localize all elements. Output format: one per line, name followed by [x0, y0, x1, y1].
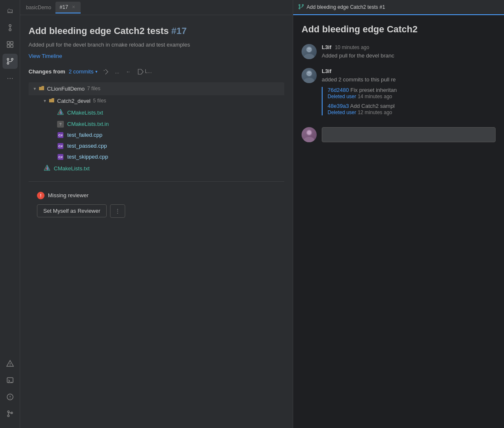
sidebar-icon-terminal[interactable]: [3, 373, 18, 388]
sidebar-icon-more[interactable]: ⋯: [3, 70, 18, 86]
avatar-commenter: [302, 127, 317, 142]
pr-description: Added pull for the devel branch in cmake…: [29, 41, 284, 49]
main-container: basicDemo #17 ✕ Add bleeding edge Catch2…: [20, 0, 504, 428]
right-tab-title[interactable]: Add bleeding edge Catch2 tests #1: [298, 4, 385, 11]
root-folder-count: 7 files: [87, 86, 100, 91]
svg-rect-3: [7, 42, 10, 44]
right-panel: Add bleeding edge Catch2 tests #1 Add bl…: [293, 0, 504, 428]
tab-label-basic-demo: basicDemo: [26, 5, 51, 10]
pr-tab-icon: [298, 4, 304, 11]
svg-point-18: [8, 411, 9, 412]
sidebar-icon-branch[interactable]: [3, 406, 18, 421]
root-folder[interactable]: ▾ CLionFullDemo 7 files: [29, 82, 284, 95]
changes-label: Changes from: [29, 68, 65, 75]
sidebar-icon-folder[interactable]: 🗂: [3, 3, 18, 18]
svg-point-35: [299, 4, 300, 5]
sidebar: 🗂 ⋯: [0, 0, 20, 428]
svg-point-1: [9, 29, 11, 31]
file-root-cmake[interactable]: CMakeLists.txt: [29, 162, 284, 175]
timeline-time-1: 10 minutes ago: [335, 44, 369, 50]
timeline-text-2: added 2 commits to this pull re: [322, 76, 496, 84]
svg-point-17: [10, 398, 10, 399]
svg-point-19: [8, 415, 9, 417]
set-reviewer-button[interactable]: Set Myself as Reviewer: [37, 204, 107, 217]
back-arrow-action[interactable]: ←: [124, 68, 133, 76]
commit-user-2[interactable]: Deleted user: [328, 110, 356, 115]
timeline-header-2: L3if: [322, 68, 496, 74]
subfolder-icon: [49, 98, 55, 104]
cpp-icon-2: C#: [57, 143, 64, 149]
timeline-entry-2: L3if added 2 commits to this pull re 76d…: [302, 68, 496, 119]
commit-list: 76d2480 Fix preset inheritan Deleted use…: [322, 87, 496, 115]
file-test-passed[interactable]: C# test_passed.cpp: [29, 141, 284, 151]
file-cmake-in-name: CMakeLists.txt.in: [67, 121, 109, 127]
sidebar-icon-pr[interactable]: [3, 54, 18, 69]
timeline-header-1: L3if 10 minutes ago: [322, 44, 496, 50]
comment-input-area: [302, 127, 496, 142]
more-button[interactable]: ⋮: [110, 204, 125, 218]
tab-close-button[interactable]: ✕: [71, 4, 76, 10]
svg-point-40: [304, 54, 315, 59]
svg-point-12: [10, 365, 10, 366]
view-timeline-link[interactable]: View Timeline: [29, 53, 62, 59]
tab-basic-demo[interactable]: basicDemo: [22, 2, 55, 13]
cpp-icon-3: C#: [57, 154, 64, 160]
svg-text:C#: C#: [58, 133, 63, 137]
right-tab-label: Add bleeding edge Catch2 tests #1: [307, 4, 385, 10]
file-test-failed[interactable]: C# test_failed.cpp: [29, 130, 284, 141]
commits-link[interactable]: 2 commits ▾: [68, 68, 97, 75]
commits-chevron-icon: ▾: [95, 69, 97, 74]
sub-folder[interactable]: ▾ Catch2_devel 5 files: [29, 95, 284, 107]
commit-entry-1: 76d2480 Fix preset inheritan Deleted use…: [328, 87, 496, 99]
sidebar-icon-warning[interactable]: [3, 356, 18, 371]
commit-desc-1-text: Fix preset inheritan: [350, 87, 397, 93]
right-pr-title: Add bleeding edge Catch2: [302, 23, 496, 36]
tab-bar: basicDemo #17 ✕: [20, 0, 293, 15]
root-folder-name: CLionFullDemo: [47, 86, 85, 92]
file-cmake-lists-in[interactable]: ? CMakeLists.txt.in: [29, 119, 284, 130]
subfolder-name: Catch2_devel: [57, 98, 91, 104]
label-action[interactable]: L...: [136, 68, 154, 76]
tab-pr-17[interactable]: #17 ✕: [55, 2, 81, 13]
commit-hash-1[interactable]: 76d2480: [328, 87, 349, 93]
timeline-body-2: L3if added 2 commits to this pull re 76d…: [322, 68, 496, 119]
pr-number: #17: [171, 26, 187, 36]
file-root-cmake-name: CMakeLists.txt: [54, 165, 89, 172]
file-cmake-lists[interactable]: CMakeLists.txt: [29, 107, 284, 119]
svg-point-0: [9, 25, 11, 27]
cmake-in-icon: ?: [57, 121, 64, 128]
svg-point-7: [7, 58, 9, 60]
comment-input[interactable]: [322, 127, 496, 142]
chevron-down-icon: ▾: [34, 86, 36, 91]
subfolder-chevron-icon: ▾: [44, 98, 46, 104]
avatar-2: [302, 68, 317, 83]
pr-content: Add bleeding edge Catch2 tests #17 Added…: [20, 15, 293, 428]
file-test-skipped-name: test_skipped.cpp: [67, 154, 108, 160]
sidebar-icon-git[interactable]: [3, 20, 18, 35]
svg-rect-5: [7, 45, 10, 47]
file-test-failed-name: test_failed.cpp: [67, 132, 102, 138]
more-changes-action[interactable]: ...: [113, 68, 121, 76]
svg-text:C#: C#: [58, 155, 63, 159]
sidebar-icon-grid[interactable]: [3, 37, 18, 52]
left-panel: basicDemo #17 ✕ Add bleeding edge Catch2…: [20, 0, 293, 428]
cpp-icon-1: C#: [57, 132, 64, 138]
svg-rect-6: [10, 45, 13, 47]
file-tree: ▾ CLionFullDemo 7 files ▾: [29, 82, 284, 175]
cmake-icon: [57, 109, 64, 117]
commit-desc-2-text: Add Catch2 sampl: [350, 103, 395, 109]
sidebar-icon-alert[interactable]: [3, 389, 18, 405]
tag-icon[interactable]: [101, 68, 110, 76]
timeline-author-1: L3if: [322, 44, 331, 50]
commit-line-1: 76d2480 Fix preset inheritan: [328, 87, 496, 93]
missing-reviewer-text: Missing reviewer: [48, 192, 89, 198]
subfolder-count: 5 files: [93, 98, 106, 104]
file-test-passed-name: test_passed.cpp: [67, 143, 107, 149]
left-bottom: ! Missing reviewer Set Myself as Reviewe…: [29, 181, 284, 223]
svg-point-37: [302, 4, 304, 5]
commit-user-1[interactable]: Deleted user: [328, 94, 356, 99]
commit-hash-2[interactable]: 48e39a3: [328, 103, 349, 109]
file-test-skipped[interactable]: C# test_skipped.cpp: [29, 151, 284, 162]
svg-point-36: [299, 8, 300, 9]
timeline-text-1: Added pull for the devel branc: [322, 52, 496, 60]
